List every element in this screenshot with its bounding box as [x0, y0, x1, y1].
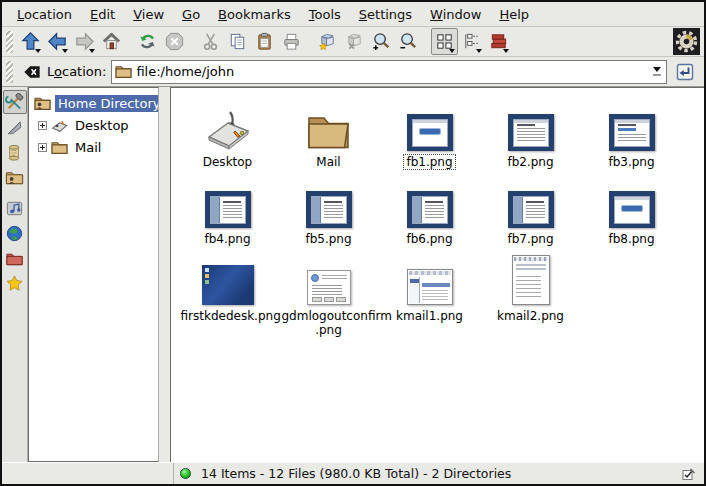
statusbar-left-spacer: [2, 463, 174, 484]
tree-expander-icon[interactable]: [38, 143, 47, 152]
location-toolbar: Location:: [2, 57, 704, 87]
file-label: fb8.png: [605, 231, 657, 247]
tree-view-dropdown-caret[interactable]: [476, 49, 482, 53]
file-item[interactable]: kmail1.png: [379, 252, 480, 338]
panel-splitter[interactable]: [159, 87, 170, 462]
icon-view-button[interactable]: [431, 28, 458, 55]
services-icon: [5, 199, 24, 218]
sidebar-tab-pen[interactable]: [3, 115, 27, 139]
cut-button: [197, 28, 224, 55]
tree-item-mail[interactable]: Mail: [29, 136, 158, 158]
tree-item-home-directory[interactable]: Home Directory: [29, 92, 158, 114]
file-label: Desktop: [200, 154, 256, 170]
toolbar-drag-handle[interactable]: [6, 31, 13, 53]
status-led-icon: [180, 468, 191, 479]
sidebar-tab-bookmarks[interactable]: [3, 271, 27, 295]
zoom-out-button[interactable]: [395, 28, 422, 55]
view-mode-dropdown-caret[interactable]: [503, 49, 509, 53]
statusbar: 14 Items - 12 Files (980.0 KB Total) - 2…: [2, 462, 704, 484]
file-item[interactable]: fb4.png: [177, 175, 278, 247]
sidebar-tab-services[interactable]: [3, 196, 27, 220]
paste-icon: [254, 31, 275, 52]
file-thumbnail: [205, 175, 251, 228]
menu-view[interactable]: View: [124, 4, 173, 25]
new-window-button[interactable]: [314, 28, 341, 55]
main-area: Home DirectoryDesktopMail DesktopMailfb1…: [2, 87, 704, 462]
up-button[interactable]: [17, 28, 44, 55]
sidebar-tab-home[interactable]: [3, 165, 27, 189]
sidebar-tab-network[interactable]: [3, 221, 27, 245]
tree-expander-icon[interactable]: [38, 121, 47, 130]
menu-window[interactable]: Window: [421, 4, 490, 25]
menu-help[interactable]: Help: [490, 4, 538, 25]
view-mode-button[interactable]: [485, 28, 512, 55]
file-item[interactable]: fb8.png: [581, 175, 682, 247]
up-dropdown-caret[interactable]: [35, 49, 41, 53]
file-thumbnail: [407, 175, 453, 228]
back-dropdown-caret[interactable]: [62, 49, 68, 53]
file-item[interactable]: fb3.png: [581, 98, 682, 170]
tree-item-label: Mail: [72, 139, 104, 156]
folder-icon: [305, 98, 352, 151]
clear-location-icon: [22, 63, 42, 81]
sidebar-tab-root[interactable]: [3, 246, 27, 270]
back-button[interactable]: [44, 28, 71, 55]
red-folder-icon: [5, 249, 24, 268]
scissors-icon: [200, 31, 221, 52]
folder-icon: [51, 140, 68, 155]
active-view-indicator-icon: [682, 467, 696, 481]
menu-edit[interactable]: Edit: [81, 4, 124, 25]
menu-go[interactable]: Go: [173, 4, 209, 25]
copy-button[interactable]: [224, 28, 251, 55]
tree-item-desktop[interactable]: Desktop: [29, 114, 158, 136]
pen-nib-icon: [5, 118, 24, 137]
close-window-button: [341, 28, 368, 55]
file-item[interactable]: fb7.png: [480, 175, 581, 247]
reload-button[interactable]: [134, 28, 161, 55]
file-thumbnail: [508, 175, 554, 228]
file-item[interactable]: firstkdedesk.png: [177, 252, 278, 338]
file-item[interactable]: Mail: [278, 98, 379, 170]
file-thumbnail: [202, 252, 254, 305]
menu-settings[interactable]: Settings: [350, 4, 421, 25]
menu-bookmarks[interactable]: Bookmarks: [209, 4, 300, 25]
clear-location-button[interactable]: [22, 63, 42, 81]
menu-tools[interactable]: Tools: [300, 4, 350, 25]
sidebar-tab-history[interactable]: [3, 140, 27, 164]
home-button[interactable]: [98, 28, 125, 55]
print-button[interactable]: [278, 28, 305, 55]
home-folder-icon: [34, 95, 51, 111]
zoom-in-icon: [371, 31, 392, 52]
folder-tree-panel: Home DirectoryDesktopMail: [28, 87, 159, 462]
location-toolbar-drag-handle[interactable]: [6, 61, 13, 83]
tree-view-button[interactable]: [458, 28, 485, 55]
sidebar-tab-tools[interactable]: [3, 90, 27, 114]
location-combobox: [111, 60, 667, 84]
file-item[interactable]: fb5.png: [278, 175, 379, 247]
scroll-icon: [5, 143, 24, 162]
file-thumbnail: [407, 98, 453, 151]
file-item[interactable]: gdmlogoutconfirm.png: [278, 252, 379, 338]
location-dropdown-button[interactable]: [649, 62, 665, 82]
file-label: kmail1.png: [393, 308, 466, 324]
zoom-in-button[interactable]: [368, 28, 395, 55]
file-item[interactable]: kmail2.png: [480, 252, 581, 338]
file-label: fb3.png: [605, 154, 657, 170]
desktop-folder-icon: [203, 98, 253, 151]
file-item[interactable]: Desktop: [177, 98, 278, 170]
sidebar-tabstrip: [2, 87, 28, 462]
home-icon: [101, 31, 122, 52]
location-input[interactable]: [136, 64, 645, 79]
windows-close-icon: [344, 31, 365, 52]
file-item[interactable]: fb1.png: [379, 98, 480, 170]
tree-item-label: Desktop: [72, 117, 132, 134]
menu-location[interactable]: Location: [8, 4, 81, 25]
file-label: fb2.png: [504, 154, 556, 170]
file-item[interactable]: fb6.png: [379, 175, 480, 247]
paste-button[interactable]: [251, 28, 278, 55]
kde-gear-throbber[interactable]: [673, 28, 700, 55]
go-button[interactable]: [672, 59, 698, 85]
file-item[interactable]: fb2.png: [480, 98, 581, 170]
icon-view-dropdown-caret[interactable]: [449, 49, 455, 53]
folder-icon: [115, 64, 132, 79]
